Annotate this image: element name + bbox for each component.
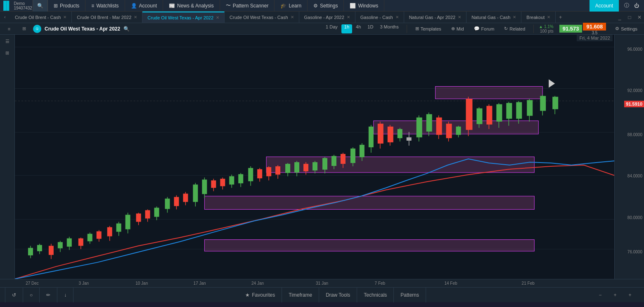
svg-rect-68 [285, 164, 290, 173]
settings-button[interactable]: ⚙ Settings [612, 26, 641, 31]
tab-natural-gas-cash[interactable]: Natural Gas - Cash ✕ [466, 12, 521, 23]
nav-settings[interactable]: ⚙ Settings [308, 0, 344, 12]
related-icon: ↻ [504, 26, 508, 31]
separator [407, 25, 407, 33]
timeframe-1h[interactable]: 1h [341, 24, 352, 33]
tab-close-icon[interactable]: ✕ [63, 15, 66, 19]
tab-prev-button[interactable]: ‹ [0, 12, 10, 23]
tab-close-icon[interactable]: ✕ [134, 15, 137, 19]
svg-rect-102 [446, 124, 452, 138]
current-price-indicator: 91.5910 [624, 101, 644, 107]
tab-add-button[interactable]: + [556, 14, 565, 20]
price-label-96: 96.0000 [627, 47, 642, 52]
svg-rect-92 [398, 129, 402, 138]
search-button[interactable]: 🔍 [33, 0, 48, 12]
nav-learn[interactable]: 🎓 Learn [275, 0, 308, 12]
nav-products[interactable]: ⊞ Products [48, 0, 85, 12]
power-icon[interactable]: ⏻ [634, 3, 639, 9]
patterns-button[interactable]: Patterns [394, 288, 426, 302]
bottom-right-controls: − + + [591, 289, 639, 301]
window-controls: _ □ ✕ [615, 13, 644, 22]
hamburger-button[interactable]: ≡ [3, 24, 15, 34]
technicals-button[interactable]: Technicals [357, 288, 394, 302]
left-panel-toggle[interactable]: ☰ [2, 36, 13, 46]
tab-close-icon[interactable]: ✕ [395, 15, 399, 19]
timeframe-3months[interactable]: 3 Months [377, 24, 401, 33]
tab-crude-oil-brent-mar[interactable]: Crude Oil Brent - Mar 2022 ✕ [72, 12, 142, 23]
timeframe-button[interactable]: Timeframe [282, 288, 319, 302]
reset-button[interactable]: ↺ [5, 288, 23, 302]
nav-windows[interactable]: ⬜ Windows [344, 0, 384, 12]
tab-natural-gas-apr[interactable]: Natural Gas - Apr 2022 ✕ [404, 12, 467, 23]
tab-gasoline-cash[interactable]: Gasoline - Cash ✕ [355, 12, 404, 23]
minimize-button[interactable]: _ [615, 13, 624, 22]
price-axis: 96.0000 92.0000 88.0000 84.0000 80.0000 … [614, 35, 644, 279]
close-window-button[interactable]: ✕ [635, 13, 644, 22]
instrument-icon: ① [33, 25, 41, 33]
grid-toggle[interactable]: ⊞ [2, 48, 13, 58]
templates-button[interactable]: ⊞ Templates [412, 24, 445, 34]
pencil-icon: ✏ [46, 292, 50, 298]
nav-account[interactable]: 👤 Account [125, 0, 163, 12]
tab-gasoline-apr[interactable]: Gasoline - Apr 2022 ✕ [299, 12, 355, 23]
tab-crude-oil-west-texas-apr[interactable]: Crude Oil West Texas - Apr 2022 ✕ [142, 12, 225, 23]
grid-button[interactable]: ⊞ [18, 24, 30, 34]
news-icon: 📰 [169, 3, 175, 9]
nav-watchlists[interactable]: ≡ Watchlists [85, 0, 125, 12]
related-button[interactable]: ↻ Related [501, 24, 528, 34]
svg-rect-42 [165, 198, 170, 209]
price-change: ▲ 1.1% [539, 24, 553, 29]
add-chart-button[interactable]: + [624, 289, 636, 301]
svg-rect-8 [204, 240, 534, 251]
timeframe-1day[interactable]: 1 Day [323, 24, 341, 33]
instrument-search-icon[interactable]: 🔍 [123, 26, 130, 32]
svg-rect-62 [257, 169, 262, 178]
pencil-button[interactable]: ✏ [40, 288, 57, 302]
timeframe-4h[interactable]: 4h [353, 24, 364, 33]
svg-rect-58 [238, 174, 243, 183]
bid-ask-area: 91.573 91.608 3.5 [559, 23, 606, 35]
forum-button[interactable]: 💬 Forum [471, 24, 498, 34]
windows-icon: ⬜ [350, 3, 356, 9]
svg-rect-14 [28, 248, 33, 255]
tab-close-icon[interactable]: ✕ [216, 15, 219, 20]
svg-rect-78 [331, 156, 336, 166]
left-panel: ☰ ⊞ [0, 35, 15, 279]
demo-user: Demo 19407432 [14, 1, 32, 10]
price-label-80: 80.0000 [627, 215, 642, 220]
nav-pattern-scanner[interactable]: 〜 Pattern Scanner [220, 0, 275, 12]
bid-price: 91.573 [559, 25, 582, 33]
zoom-out-button[interactable]: − [594, 289, 606, 301]
maximize-button[interactable]: □ [625, 13, 634, 22]
tab-close-icon[interactable]: ✕ [291, 15, 294, 19]
draw-tools-button[interactable]: Draw Tools [319, 288, 357, 302]
tab-crude-oil-brent-cash[interactable]: Crude Oil Brent - Cash ✕ [10, 12, 72, 23]
svg-rect-34 [125, 215, 130, 229]
svg-rect-30 [107, 227, 112, 236]
instrument-name: Crude Oil West Texas - Apr 2022 [45, 26, 120, 32]
nav-account-active[interactable]: Account [590, 0, 619, 12]
tab-close-icon[interactable]: ✕ [547, 15, 550, 19]
logo-icon: ▐▌ [0, 1, 12, 10]
date-31jan: 31 Jan [316, 281, 328, 286]
timeframe-1d[interactable]: 1D [365, 24, 376, 33]
tab-close-icon[interactable]: ✕ [347, 15, 350, 19]
mid-button[interactable]: ⊕ Mid [448, 24, 467, 34]
tab-crude-oil-west-texas-cash[interactable]: Crude Oil West Texas - Cash ✕ [225, 12, 299, 23]
svg-rect-16 [37, 245, 42, 251]
nav-news-analysis[interactable]: 📰 News & Analysis [163, 0, 220, 12]
arrow-button[interactable]: ↓ [57, 288, 73, 302]
svg-rect-96 [417, 118, 422, 137]
svg-rect-44 [174, 197, 179, 206]
info-icon[interactable]: ⓘ [624, 2, 629, 9]
tab-close-icon[interactable]: ✕ [513, 15, 516, 19]
date-27dec: 27 Dec [26, 281, 39, 286]
zoom-in-button[interactable]: + [609, 289, 621, 301]
svg-rect-86 [369, 127, 374, 147]
tab-close-icon[interactable]: ✕ [458, 15, 461, 19]
circle-button[interactable]: ○ [23, 288, 40, 302]
main-chart[interactable]: Fri, 4 Mar 2022 [15, 35, 614, 279]
forum-icon: 💬 [474, 26, 480, 31]
favourites-button[interactable]: ★ Favourites [239, 288, 282, 302]
tab-breakout[interactable]: Breakout ✕ [521, 12, 556, 23]
